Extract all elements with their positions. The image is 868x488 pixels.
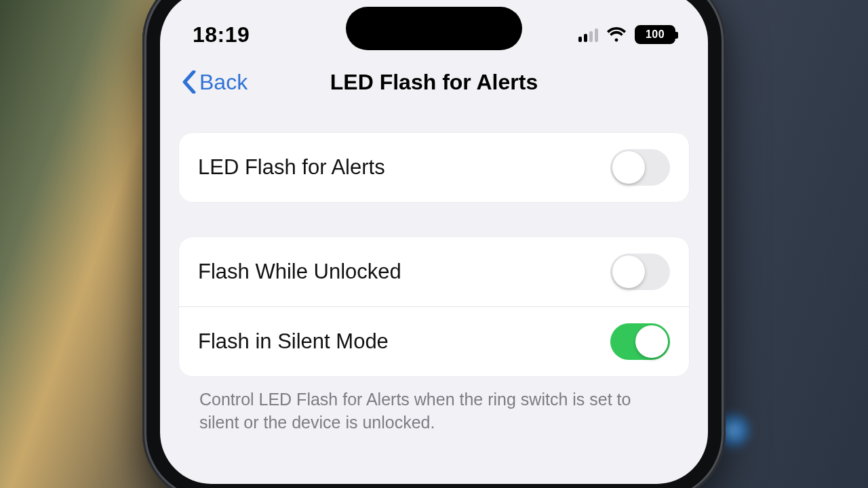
phone-screen: 18:19 100 Back LED Flash for Alerts — [160, 0, 708, 484]
chevron-left-icon — [182, 70, 197, 94]
back-button-label: Back — [199, 70, 248, 95]
settings-group-main: LED Flash for Alerts — [179, 133, 689, 202]
row-flash-while-unlocked: Flash While Unlocked — [179, 237, 689, 306]
cellular-signal-icon — [578, 27, 598, 42]
row-flash-in-silent-mode: Flash in Silent Mode — [179, 306, 689, 376]
toggle-flash-while-unlocked[interactable] — [610, 253, 670, 290]
row-label: LED Flash for Alerts — [198, 155, 385, 180]
status-time: 18:19 — [193, 22, 250, 47]
toggle-led-flash-for-alerts[interactable] — [610, 149, 670, 186]
toggle-flash-in-silent-mode[interactable] — [610, 323, 670, 360]
navigation-bar: Back LED Flash for Alerts — [160, 58, 708, 106]
dynamic-island — [346, 7, 522, 50]
row-label: Flash While Unlocked — [198, 260, 401, 284]
settings-footer-text: Control LED Flash for Alerts when the ri… — [179, 376, 689, 434]
phone-frame: 18:19 100 Back LED Flash for Alerts — [142, 0, 726, 488]
row-label: Flash in Silent Mode — [198, 329, 389, 354]
settings-group-options: Flash While Unlocked Flash in Silent Mod… — [179, 237, 689, 376]
wifi-icon — [606, 27, 627, 42]
battery-icon: 100 — [635, 25, 675, 44]
row-led-flash-for-alerts: LED Flash for Alerts — [179, 133, 689, 202]
back-button[interactable]: Back — [182, 70, 248, 95]
page-title: LED Flash for Alerts — [330, 70, 538, 95]
